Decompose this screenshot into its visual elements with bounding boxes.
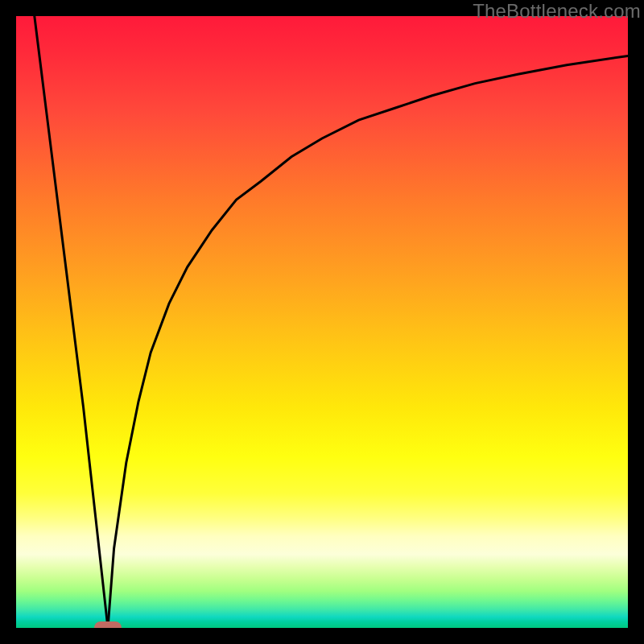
plot-area bbox=[16, 16, 628, 628]
vertex-marker bbox=[94, 621, 122, 628]
right-branch-curve bbox=[108, 56, 628, 628]
chart-frame: TheBottleneck.com bbox=[0, 0, 644, 644]
curve-layer bbox=[16, 16, 628, 628]
left-branch-curve bbox=[35, 16, 108, 628]
watermark-text: TheBottleneck.com bbox=[473, 0, 641, 23]
